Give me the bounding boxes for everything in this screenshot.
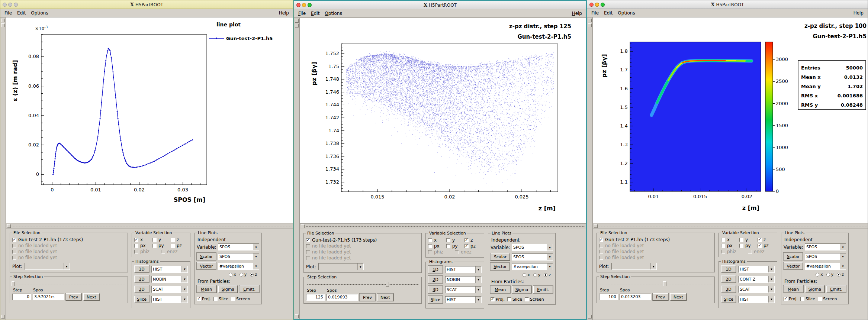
scalar-button[interactable]: Scalar <box>491 253 510 261</box>
hist-2d-select[interactable]: NOBIN▾ <box>151 276 188 283</box>
scalar-select[interactable]: SPOS▾ <box>805 253 846 260</box>
menu-file[interactable]: File <box>589 10 601 16</box>
file-checkbox-3[interactable]: no file loaded yet <box>12 255 125 261</box>
scalar-select[interactable]: SPOS▾ <box>512 253 553 261</box>
radio-y[interactable]: y <box>533 272 541 277</box>
scroll-left-button[interactable] <box>594 224 598 228</box>
hist-1d-select[interactable]: HIST▾ <box>151 266 188 273</box>
scrollbar-track[interactable] <box>306 226 585 227</box>
var-z-checkbox[interactable]: z <box>464 237 481 243</box>
step-input[interactable]: 0 <box>12 294 31 300</box>
step-slider[interactable] <box>13 281 125 287</box>
var-pz-checkbox[interactable]: pz <box>171 243 187 249</box>
var-z-checkbox[interactable]: z <box>171 237 187 243</box>
var-py-checkbox[interactable]: py <box>446 243 463 249</box>
menu-help[interactable]: Help <box>276 10 292 16</box>
file-checkbox-3[interactable]: no file loaded yet <box>306 255 419 261</box>
plot-select[interactable]: ▾ <box>25 263 70 270</box>
slice-checkbox[interactable]: Slice <box>507 296 522 302</box>
file-checkbox-2[interactable]: no file loaded yet <box>12 249 125 255</box>
var-pz-checkbox[interactable]: pz <box>758 243 774 249</box>
file-checkbox-2[interactable]: no file loaded yet <box>599 249 712 255</box>
vector-button[interactable]: Vector <box>491 263 510 270</box>
screen-checkbox[interactable]: Screen <box>525 296 544 302</box>
close-button[interactable] <box>296 3 300 7</box>
hist-2d-button[interactable]: 2D <box>428 276 443 283</box>
prev-button[interactable]: Prev <box>653 293 668 301</box>
scroll-up2-button[interactable] <box>1 23 5 27</box>
radio-z[interactable]: z <box>250 272 257 277</box>
canvas-vertical-scrollbar[interactable] <box>294 18 300 319</box>
scalar-button[interactable]: Scalar <box>784 253 803 260</box>
hist-slice-select[interactable]: HIST▾ <box>738 296 775 303</box>
screen-checkbox[interactable]: Screen <box>818 296 837 302</box>
var-enez-checkbox[interactable]: enez <box>748 249 773 255</box>
scroll-up-button[interactable] <box>295 19 299 23</box>
radio-x[interactable]: x <box>229 272 236 277</box>
hist-2d-button[interactable]: 2D <box>721 275 736 283</box>
hist-3d-button[interactable]: 3D <box>428 286 443 293</box>
slider-thumb[interactable] <box>663 281 666 286</box>
hist-1d-select[interactable]: HIST▾ <box>445 266 482 273</box>
minimize-button[interactable] <box>8 3 12 7</box>
proj-checkbox[interactable]: Proj. <box>491 296 505 302</box>
maximize-button[interactable] <box>14 3 18 7</box>
radio-y[interactable]: y <box>239 272 247 277</box>
mean-button[interactable]: Mean <box>491 286 510 293</box>
hist-2d-select[interactable]: NOBIN▾ <box>445 276 482 283</box>
file-checkbox-0[interactable]: Gun-test-2-P1.h5 (173 steps) <box>12 237 125 243</box>
step-input[interactable]: 125 <box>306 294 325 301</box>
canvas-horizontal-scrollbar[interactable] <box>593 223 868 229</box>
hist-3d-button[interactable]: 3D <box>721 285 736 293</box>
var-y-checkbox[interactable]: y <box>152 237 169 243</box>
proj-checkbox[interactable]: Proj. <box>784 296 798 302</box>
canvas-horizontal-scrollbar[interactable] <box>300 223 586 229</box>
vector-button[interactable]: Vector <box>784 262 803 270</box>
menu-file[interactable]: File <box>2 10 15 16</box>
menu-options[interactable]: Options <box>615 10 637 16</box>
radio-x[interactable]: x <box>523 272 530 277</box>
hist-1d-select[interactable]: HIST▾ <box>738 266 775 273</box>
var-x-checkbox[interactable]: x <box>428 237 445 243</box>
hist-3d-select[interactable]: SCAT▾ <box>445 286 482 293</box>
hist-2d-button[interactable]: 2D <box>134 275 149 283</box>
menu-edit[interactable]: Edit <box>308 10 322 17</box>
menu-edit[interactable]: Edit <box>601 10 615 16</box>
var-x-checkbox[interactable]: x <box>721 237 738 243</box>
mean-button[interactable]: Mean <box>784 285 803 293</box>
titlebar[interactable]: X H5PartROOT <box>294 1 586 9</box>
prev-button[interactable]: Prev <box>360 294 375 301</box>
menu-edit[interactable]: Edit <box>15 10 28 16</box>
var-z-checkbox[interactable]: z <box>758 237 774 243</box>
hist-1d-button[interactable]: 1D <box>428 266 443 273</box>
step-slider[interactable] <box>600 281 711 287</box>
step-input[interactable]: 100 <box>599 294 618 300</box>
var-px-checkbox[interactable]: px <box>428 243 445 249</box>
next-button[interactable]: Next <box>670 293 687 301</box>
hist-slice-button[interactable]: Slice <box>428 296 443 303</box>
canvas-horizontal-scrollbar[interactable] <box>6 223 293 229</box>
emitt-button[interactable]: Emitt. <box>533 286 553 293</box>
file-checkbox-2[interactable]: no file loaded yet <box>306 249 419 255</box>
slider-thumb[interactable] <box>12 281 15 286</box>
close-button[interactable] <box>3 3 7 7</box>
titlebar[interactable]: X H5PartROOT <box>587 0 868 9</box>
maximize-button[interactable] <box>308 3 312 7</box>
file-checkbox-3[interactable]: no file loaded yet <box>599 255 712 261</box>
hist-slice-select[interactable]: HIST▾ <box>445 296 482 303</box>
independent-variable-select[interactable]: SPOS▾ <box>805 243 846 250</box>
sigma-button[interactable]: Sigma <box>805 285 825 293</box>
file-checkbox-1[interactable]: no file loaded yet <box>599 243 712 249</box>
var-phiz-checkbox[interactable]: phiz <box>428 249 453 255</box>
var-py-checkbox[interactable]: py <box>739 243 756 249</box>
maximize-button[interactable] <box>601 3 605 7</box>
scroll-up-button[interactable] <box>1 19 5 22</box>
var-enez-checkbox[interactable]: enez <box>161 249 186 255</box>
file-checkbox-1[interactable]: no file loaded yet <box>306 243 419 249</box>
step-slider[interactable] <box>307 282 418 287</box>
vector-select[interactable]: #varepsilon▾ <box>218 263 259 270</box>
var-enez-checkbox[interactable]: enez <box>455 249 480 255</box>
vector-select[interactable]: #varepsilon▾ <box>805 263 846 270</box>
scalar-button[interactable]: Scalar <box>197 253 216 260</box>
var-px-checkbox[interactable]: px <box>721 243 738 249</box>
